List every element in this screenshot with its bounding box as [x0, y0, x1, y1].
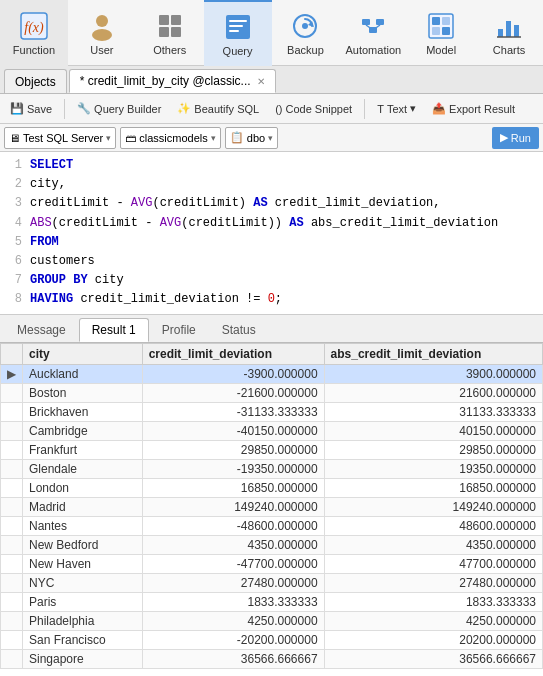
database-select[interactable]: 🗃 classicmodels ▾ — [120, 127, 220, 149]
toolbar-user[interactable]: User — [68, 0, 136, 66]
svg-rect-11 — [229, 30, 239, 32]
database-icon: 🗃 — [125, 132, 136, 144]
line-content: customers — [30, 252, 95, 271]
data-table-wrapper[interactable]: city credit_limit_deviation abs_credit_l… — [0, 343, 543, 677]
result-tab-message[interactable]: Message — [4, 318, 79, 342]
svg-text:f(x): f(x) — [24, 20, 44, 36]
row-indicator — [1, 516, 23, 535]
toolbar-user-label: User — [90, 44, 113, 56]
table-row[interactable]: Paris1833.3333331833.333333 — [1, 592, 543, 611]
sql-line: 7GROUP BY city — [8, 271, 535, 290]
row-indicator — [1, 497, 23, 516]
cell-abs-deviation: 36566.666667 — [324, 649, 542, 668]
row-indicator — [1, 592, 23, 611]
table-row[interactable]: Boston-21600.00000021600.000000 — [1, 383, 543, 402]
server-dropdown-icon: ▾ — [106, 133, 111, 143]
function-icon: f(x) — [18, 10, 50, 42]
cell-deviation: -40150.000000 — [142, 421, 324, 440]
token-kw: AS — [289, 216, 303, 230]
save-button[interactable]: 💾 Save — [4, 100, 58, 117]
tab-query[interactable]: * credit_limit_by_city @classic... ✕ — [69, 69, 276, 93]
result-tab-bar: MessageResult 1ProfileStatus — [0, 315, 543, 343]
svg-rect-22 — [442, 17, 450, 25]
cell-city: Paris — [23, 592, 143, 611]
table-row[interactable]: Glendale-19350.00000019350.000000 — [1, 459, 543, 478]
result-tab-status[interactable]: Status — [209, 318, 269, 342]
cell-deviation: 16850.000000 — [142, 478, 324, 497]
toolbar-others[interactable]: Others — [136, 0, 204, 66]
token-plain: creditLimit - — [30, 196, 131, 210]
line-number: 1 — [8, 156, 22, 175]
table-row[interactable]: Brickhaven-31133.33333331133.333333 — [1, 402, 543, 421]
cell-deviation: 1833.333333 — [142, 592, 324, 611]
line-content: city, — [30, 175, 66, 194]
tab-objects[interactable]: Objects — [4, 69, 67, 93]
table-row[interactable]: ▶Auckland-3900.0000003900.000000 — [1, 364, 543, 383]
token-fn: AVG — [131, 196, 153, 210]
result-tab-result-1[interactable]: Result 1 — [79, 318, 149, 342]
result-tab-profile[interactable]: Profile — [149, 318, 209, 342]
cell-abs-deviation: 21600.000000 — [324, 383, 542, 402]
tab-close-icon[interactable]: ✕ — [257, 76, 265, 87]
table-row[interactable]: Frankfurt29850.00000029850.000000 — [1, 440, 543, 459]
table-row[interactable]: Philadelphia4250.0000004250.000000 — [1, 611, 543, 630]
toolbar-function[interactable]: f(x) Function — [0, 0, 68, 66]
sql-line: 4 ABS(creditLimit - AVG(creditLimit)) AS… — [8, 214, 535, 233]
col-abs-deviation[interactable]: abs_credit_limit_deviation — [324, 343, 542, 364]
cell-deviation: 36566.666667 — [142, 649, 324, 668]
cell-abs-deviation: 4350.000000 — [324, 535, 542, 554]
code-snippet-button[interactable]: () Code Snippet — [269, 101, 358, 117]
toolbar-query[interactable]: Query — [204, 0, 272, 66]
table-row[interactable]: Nantes-48600.00000048600.000000 — [1, 516, 543, 535]
query-builder-button[interactable]: 🔧 Query Builder — [71, 100, 167, 117]
text-button[interactable]: T Text ▾ — [371, 100, 422, 117]
beautify-button[interactable]: ✨ Beautify SQL — [171, 100, 265, 117]
table-row[interactable]: NYC27480.00000027480.000000 — [1, 573, 543, 592]
run-button[interactable]: ▶ Run — [492, 127, 539, 149]
text-dropdown-icon: ▾ — [410, 102, 416, 115]
sql-line: 8HAVING credit_limit_deviation != 0; — [8, 290, 535, 309]
row-indicator — [1, 383, 23, 402]
table-row[interactable]: Madrid149240.000000149240.000000 — [1, 497, 543, 516]
table-row[interactable]: Cambridge-40150.00000040150.000000 — [1, 421, 543, 440]
table-row[interactable]: San Francisco-20200.00000020200.000000 — [1, 630, 543, 649]
row-indicator — [1, 459, 23, 478]
line-number: 6 — [8, 252, 22, 271]
svg-rect-7 — [171, 27, 181, 37]
export-button[interactable]: 📤 Export Result — [426, 100, 521, 117]
database-dropdown-icon: ▾ — [211, 133, 216, 143]
cell-deviation: 4350.000000 — [142, 535, 324, 554]
line-content: GROUP BY city — [30, 271, 124, 290]
line-content: SELECT — [30, 156, 73, 175]
toolbar-model[interactable]: Model — [407, 0, 475, 66]
row-indicator — [1, 440, 23, 459]
toolbar-backup[interactable]: Backup — [272, 0, 340, 66]
row-indicator — [1, 611, 23, 630]
connection-bar: 🖥 Test SQL Server ▾ 🗃 classicmodels ▾ 📋 … — [0, 124, 543, 152]
model-icon — [425, 10, 457, 42]
table-row[interactable]: Singapore36566.66666736566.666667 — [1, 649, 543, 668]
sql-editor[interactable]: 1SELECT2 city,3 creditLimit - AVG(credit… — [0, 152, 543, 315]
sql-line: 5FROM — [8, 233, 535, 252]
cell-city: Cambridge — [23, 421, 143, 440]
col-indicator — [1, 343, 23, 364]
user-icon — [86, 10, 118, 42]
toolbar-charts[interactable]: Charts — [475, 0, 543, 66]
cell-abs-deviation: 149240.000000 — [324, 497, 542, 516]
svg-rect-15 — [362, 19, 370, 25]
schema-select[interactable]: 📋 dbo ▾ — [225, 127, 278, 149]
svg-point-2 — [96, 15, 108, 27]
table-row[interactable]: London16850.00000016850.000000 — [1, 478, 543, 497]
row-indicator — [1, 478, 23, 497]
line-content: HAVING credit_limit_deviation != 0; — [30, 290, 282, 309]
table-row[interactable]: New Haven-47700.00000047700.000000 — [1, 554, 543, 573]
server-select[interactable]: 🖥 Test SQL Server ▾ — [4, 127, 116, 149]
col-deviation[interactable]: credit_limit_deviation — [142, 343, 324, 364]
row-indicator — [1, 649, 23, 668]
col-city[interactable]: city — [23, 343, 143, 364]
toolbar-automation[interactable]: Automation — [339, 0, 407, 66]
cell-abs-deviation: 47700.000000 — [324, 554, 542, 573]
cell-deviation: 29850.000000 — [142, 440, 324, 459]
cell-abs-deviation: 3900.000000 — [324, 364, 542, 383]
table-row[interactable]: New Bedford4350.0000004350.000000 — [1, 535, 543, 554]
